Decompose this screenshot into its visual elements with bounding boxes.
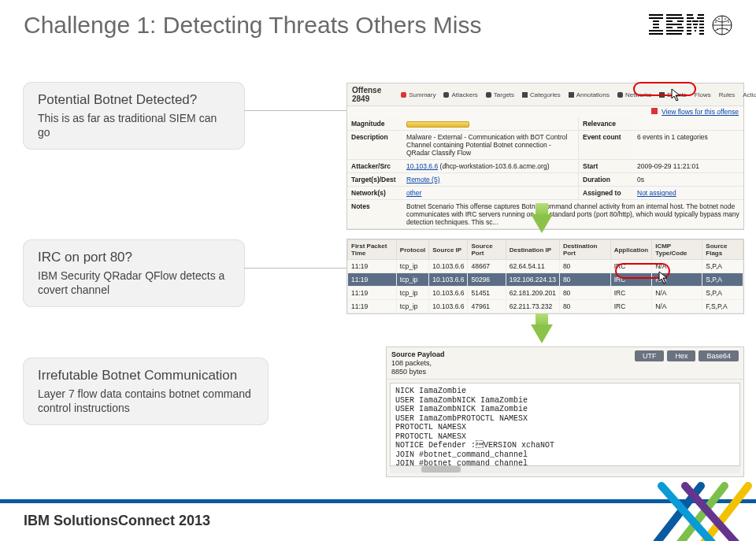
dot-icon xyxy=(617,92,623,98)
tab-summary[interactable]: Summary xyxy=(398,90,439,100)
svg-rect-12 xyxy=(666,27,673,28)
flow-col-header[interactable]: ICMP Type/Code xyxy=(652,240,702,260)
tab-targets[interactable]: Targets xyxy=(483,90,517,100)
arrow-down-icon xyxy=(531,324,553,343)
square-icon xyxy=(522,92,528,98)
svg-rect-0 xyxy=(649,14,663,16)
offense-id: Offense 2849 xyxy=(352,86,381,103)
value-networks: other xyxy=(402,187,578,199)
callout-title: Potential Botnet Detected? xyxy=(38,92,230,108)
table-cell: S,P,A xyxy=(702,260,743,273)
svg-rect-17 xyxy=(698,14,704,16)
label-targets: Target(s)/Dest xyxy=(347,173,402,186)
table-row[interactable]: 11:19tcp_ip10.103.6.64796162.211.73.2328… xyxy=(348,300,743,313)
callout-title: IRC on port 80? xyxy=(38,250,230,265)
table-cell: 51451 xyxy=(468,287,506,300)
tab-events[interactable]: Events xyxy=(656,90,689,100)
flow-col-header[interactable]: Application xyxy=(610,240,652,260)
value-start: 2009-09-29 11:21:01 xyxy=(633,160,743,172)
label-networks: Network(s) xyxy=(347,187,402,199)
callout-irrefutable: Irrefutable Botnet Communication Layer 7… xyxy=(24,358,268,424)
table-cell: 11:19 xyxy=(348,260,397,273)
flow-col-header[interactable]: Source IP xyxy=(429,240,468,260)
svg-rect-20 xyxy=(687,20,691,22)
table-cell: 62.181.209.201 xyxy=(506,287,559,300)
svg-rect-23 xyxy=(687,24,691,25)
tab-rules[interactable]: Rules xyxy=(716,90,738,100)
svg-point-38 xyxy=(728,21,729,23)
table-cell: tcp_ip xyxy=(396,260,428,273)
svg-rect-21 xyxy=(692,20,699,22)
enc-tab-hex[interactable]: Hex xyxy=(667,350,695,361)
svg-rect-4 xyxy=(653,27,659,28)
svg-point-39 xyxy=(717,28,718,30)
value-attacker: 10.103.6.6 (dhcp-workstation-103.6.6.acm… xyxy=(402,160,578,172)
scrollbar-thumb[interactable] xyxy=(421,466,461,472)
ibm-logo xyxy=(649,14,732,36)
callout-subtitle: This is as far as traditional SIEM can g… xyxy=(38,111,230,139)
flow-col-header[interactable]: First Packet Time xyxy=(348,240,397,260)
table-cell: S,P,A xyxy=(702,287,743,300)
svg-rect-10 xyxy=(677,20,684,22)
flow-col-header[interactable]: Source Flags xyxy=(702,240,743,260)
magnitude-bar-icon xyxy=(406,121,469,128)
tab-actions[interactable]: Actions▾ xyxy=(739,90,756,100)
connector-line xyxy=(244,268,346,269)
svg-rect-27 xyxy=(694,27,697,28)
flows-link-note[interactable]: View flows for this offense xyxy=(347,106,743,117)
table-cell: IRC xyxy=(610,300,652,313)
table-cell: tcp_ip xyxy=(396,300,428,313)
alert-icon xyxy=(651,108,658,114)
ibm-wordmark-icon xyxy=(649,14,704,36)
flow-col-header[interactable]: Destination Port xyxy=(559,240,610,260)
flow-col-header[interactable]: Source Port xyxy=(468,240,506,260)
payload-stats: 108 packets, 8850 bytes xyxy=(391,359,445,376)
svg-rect-32 xyxy=(687,33,691,35)
svg-rect-22 xyxy=(699,20,704,22)
table-cell: N/A xyxy=(652,300,702,313)
svg-rect-19 xyxy=(697,17,704,19)
svg-rect-1 xyxy=(649,17,663,19)
table-cell: 62.211.73.232 xyxy=(506,300,559,313)
table-cell: 10.103.6.6 xyxy=(429,287,468,300)
table-cell: 192.106.224.13 xyxy=(506,273,559,287)
value-duration: 0s xyxy=(633,173,743,186)
tab-annotations[interactable]: Annotations xyxy=(565,90,613,100)
svg-point-35 xyxy=(715,21,717,23)
table-row[interactable]: 11:19tcp_ip10.103.6.65145162.181.209.201… xyxy=(348,287,743,300)
footer-art-icon xyxy=(630,454,756,541)
svg-rect-11 xyxy=(666,24,682,25)
enc-tab-base64[interactable]: Base64 xyxy=(699,350,739,361)
table-cell: 11:19 xyxy=(348,300,397,313)
svg-rect-13 xyxy=(677,27,684,28)
svg-point-37 xyxy=(724,18,726,20)
table-cell: IRC xyxy=(610,273,652,287)
table-cell: 10.103.6.6 xyxy=(429,260,468,273)
label-relevance: Relevance xyxy=(578,117,633,130)
table-row[interactable]: 11:19tcp_ip10.103.6.64866762.64.54.1180I… xyxy=(348,260,743,273)
tab-flows[interactable]: Flows xyxy=(691,90,714,100)
svg-rect-18 xyxy=(687,17,694,19)
table-cell: 10.103.6.6 xyxy=(429,273,468,287)
enc-tab-utf[interactable]: UTF xyxy=(635,350,665,361)
flow-col-header[interactable]: Protocol xyxy=(396,240,428,260)
tab-networks[interactable]: Networks xyxy=(614,90,654,100)
dot-icon xyxy=(401,92,406,98)
svg-rect-15 xyxy=(666,33,682,35)
table-cell: S,P,A xyxy=(702,273,743,287)
dot-icon xyxy=(443,92,449,98)
value-event-count: 6 events in 1 categories xyxy=(633,131,743,159)
offense-header: Offense 2849 Summary Attackers Targets C… xyxy=(347,83,743,106)
footer-text: IBM SolutionsConnect 2013 xyxy=(24,513,210,529)
flow-col-header[interactable]: Destination IP xyxy=(506,240,559,260)
table-cell: N/A xyxy=(652,260,702,273)
tab-attackers[interactable]: Attackers xyxy=(440,90,480,100)
table-row[interactable]: 11:19tcp_ip10.103.6.650296192.106.224.13… xyxy=(348,273,743,287)
table-cell: 48667 xyxy=(468,260,506,273)
label-event-count: Event count xyxy=(578,131,633,159)
connector-line xyxy=(244,110,346,111)
tab-categories[interactable]: Categories xyxy=(519,90,564,100)
callout-subtitle: IBM Security QRadar QFlow detects a cove… xyxy=(38,269,230,297)
value-magnitude xyxy=(402,117,578,130)
svg-rect-24 xyxy=(693,24,698,25)
